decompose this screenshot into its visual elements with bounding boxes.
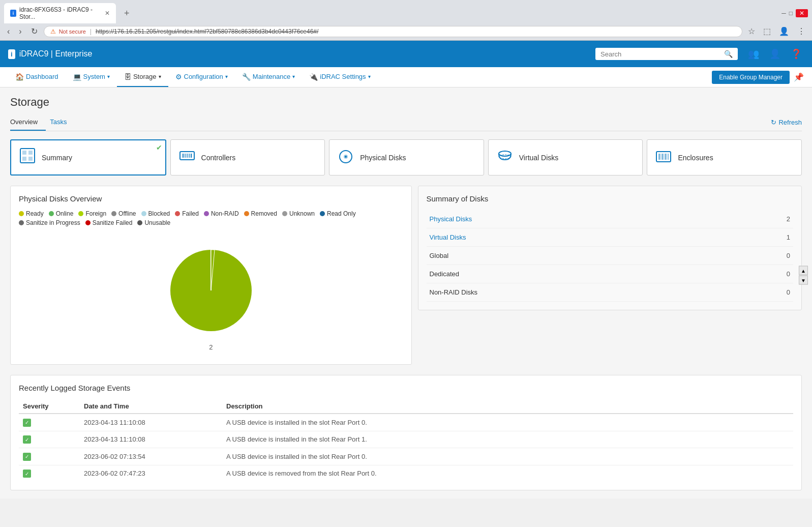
legend-label: Failed (182, 210, 199, 217)
person-icon[interactable]: 👤 (767, 46, 783, 62)
event-description: A USB device is installed in the slot Re… (222, 414, 793, 431)
enclosures-card-label: Enclosures (678, 154, 713, 162)
card-enclosures[interactable]: Enclosures (647, 139, 802, 175)
legend-dot (19, 211, 24, 216)
event-row: ✓2023-06-02 07:47:23A USB device is remo… (19, 465, 793, 482)
browser-controls: ‹ › ↻ ⚠ Not secure | https://176.16.251.… (0, 23, 812, 40)
maximize-btn[interactable]: □ (789, 10, 793, 17)
nav-item-configuration[interactable]: ⚙ Configuration ▾ (168, 67, 235, 87)
legend-label: Sanitize Failed (93, 219, 133, 226)
nav-item-idrac-settings[interactable]: 🔌 iDRAC Settings ▾ (302, 67, 377, 87)
event-description: A USB device is installed in the slot Re… (222, 448, 793, 465)
pin-icon[interactable]: 📌 (794, 72, 804, 82)
scroll-up-button[interactable]: ▲ (799, 266, 808, 275)
col-datetime: Date and Time (80, 399, 222, 414)
new-tab-button[interactable]: + (120, 6, 134, 21)
legend-item: Removed (244, 210, 277, 217)
legend-item: Online (49, 210, 74, 217)
not-secure-label: Not secure (59, 28, 86, 35)
summary-value: 0 (737, 283, 793, 302)
nav-item-storage[interactable]: 🗄 Storage ▾ (117, 67, 168, 87)
help-icon[interactable]: ❓ (789, 46, 804, 62)
nav-label-storage: Storage (133, 73, 157, 80)
summary-link[interactable]: Physical Disks (430, 215, 472, 223)
scroll-down-button[interactable]: ▼ (799, 276, 808, 285)
address-bar[interactable]: ⚠ Not secure | https://176.16.251.205/re… (44, 26, 742, 37)
refresh-button[interactable]: ↻ Refresh (771, 119, 802, 126)
security-warning-icon: ⚠ (50, 28, 56, 35)
idrac-logo-icon: i (8, 49, 15, 59)
card-controllers[interactable]: Controllers (170, 139, 325, 175)
summary-value: 2 (737, 210, 793, 228)
legend-dot (320, 211, 325, 216)
configuration-chevron-icon: ▾ (225, 74, 228, 79)
search-input[interactable] (600, 50, 720, 58)
browser-titlebar: i idrac-8FXG6S3 - iDRAC9 - Stor... ✕ + ─… (0, 0, 812, 23)
physical-disks-card-icon (338, 149, 354, 166)
search-container[interactable]: 🔍 (595, 48, 738, 60)
tab-tasks[interactable]: Tasks (50, 114, 75, 131)
pie-chart-total: 2 (209, 343, 213, 351)
url-text[interactable]: https://176.16.251.205/restgui/index.htm… (96, 28, 318, 35)
nav-item-dashboard[interactable]: 🏠 Dashboard (8, 67, 66, 87)
svg-rect-19 (665, 154, 667, 160)
legend-label: Non-RAID (211, 210, 239, 217)
header-actions: 👥 👤 ❓ (746, 46, 804, 62)
legend-item: Offline (111, 210, 136, 217)
summary-value: 0 (737, 247, 793, 265)
back-button[interactable]: ‹ (4, 26, 13, 37)
legend-dot (175, 211, 180, 216)
event-datetime: 2023-06-02 07:47:23 (80, 465, 222, 482)
legend-label: Blocked (148, 210, 170, 217)
summary-of-disks: Summary of Disks Physical Disks2Virtual … (418, 186, 802, 310)
legend-item: Non-RAID (204, 210, 239, 217)
summary-check-icon: ✔ (156, 143, 162, 152)
browser-tab[interactable]: i idrac-8FXG6S3 - iDRAC9 - Stor... ✕ (4, 3, 116, 23)
legend-dot (111, 211, 116, 216)
enable-group-button[interactable]: Enable Group Manager (712, 71, 790, 84)
legend-dot (282, 211, 287, 216)
summary-label: Non-RAID Disks (427, 283, 737, 302)
severity-ok-icon: ✓ (23, 435, 31, 444)
bookmark-icon[interactable]: ☆ (745, 25, 758, 37)
forward-button[interactable]: › (16, 26, 24, 37)
summary-value: 0 (737, 265, 793, 283)
event-severity: ✓ (19, 465, 80, 482)
minimize-btn[interactable]: ─ (781, 10, 786, 17)
nav-label-system: System (83, 73, 105, 80)
summary-card-label: Summary (42, 154, 72, 162)
svg-rect-17 (658, 154, 660, 160)
menu-icon[interactable]: ⋮ (795, 25, 808, 37)
tab-close-icon[interactable]: ✕ (105, 10, 110, 17)
legend-label: Ready (26, 210, 44, 217)
summary-link[interactable]: Virtual Disks (430, 233, 466, 241)
browser-chrome: i idrac-8FXG6S3 - iDRAC9 - Stor... ✕ + ─… (0, 0, 812, 41)
card-summary[interactable]: Summary ✔ (10, 139, 166, 175)
summary-table-row: Global0 (427, 247, 794, 265)
card-virtual-disks[interactable]: Virtual Disks (488, 139, 643, 175)
tab-overview[interactable]: Overview (10, 114, 46, 131)
scroll-controls: ▲ ▼ (799, 266, 808, 285)
extensions-icon[interactable]: ⬚ (761, 25, 773, 37)
event-row: ✓2023-04-13 11:10:08A USB device is inst… (19, 414, 793, 431)
close-btn[interactable]: ✕ (796, 9, 808, 17)
legend-dot (85, 220, 91, 225)
nav-label-idrac-settings: iDRAC Settings (320, 73, 366, 80)
two-column-section: Physical Disks Overview ReadyOnlineForei… (10, 186, 802, 365)
legend-label: Removed (251, 210, 277, 217)
reload-button[interactable]: ↻ (28, 25, 41, 37)
event-severity: ✓ (19, 431, 80, 448)
event-row: ✓2023-04-13 11:10:08A USB device is inst… (19, 431, 793, 448)
users-icon[interactable]: 👥 (746, 46, 761, 62)
maintenance-chevron-icon: ▾ (292, 74, 295, 79)
nav-item-maintenance[interactable]: 🔧 Maintenance ▾ (235, 67, 302, 87)
nav-item-system[interactable]: 💻 System ▾ (66, 67, 117, 87)
nav-label-dashboard: Dashboard (26, 73, 58, 80)
summary-label: Global (427, 247, 737, 265)
profile-icon[interactable]: 👤 (776, 25, 792, 37)
legend-item: Unknown (282, 210, 315, 217)
legend-item: Foreign (78, 210, 106, 217)
event-description: A USB device is installed in the slot Re… (222, 431, 793, 448)
configuration-icon: ⚙ (175, 73, 182, 81)
card-physical-disks[interactable]: Physical Disks (329, 139, 484, 175)
